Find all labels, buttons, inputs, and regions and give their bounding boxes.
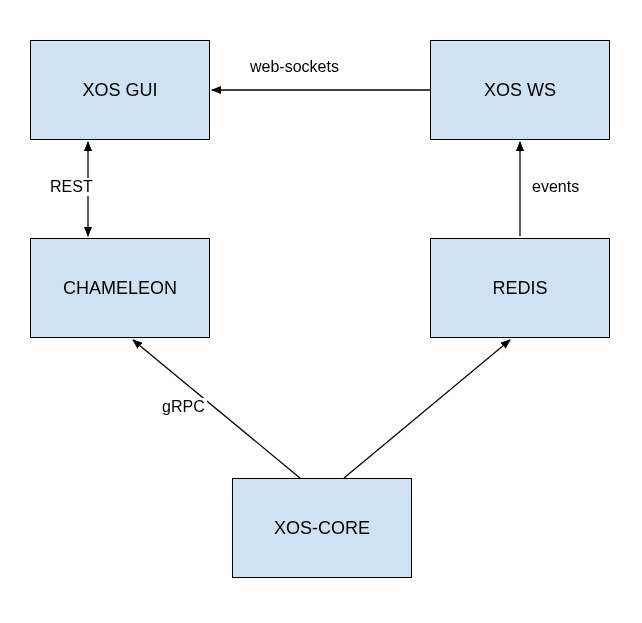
node-xos-gui-label: XOS GUI [82, 80, 157, 101]
edge-label-grpc: gRPC [160, 398, 207, 416]
node-xos-ws: XOS WS [430, 40, 610, 140]
edge-label-rest: REST [48, 178, 95, 196]
node-chameleon: CHAMELEON [30, 238, 210, 338]
node-xos-gui: XOS GUI [30, 40, 210, 140]
edge-grpc-left [133, 340, 300, 478]
node-xos-core-label: XOS-CORE [274, 518, 370, 539]
edge-label-events: events [530, 178, 581, 196]
node-redis: REDIS [430, 238, 610, 338]
edge-label-web-sockets: web-sockets [248, 58, 341, 76]
node-xos-core: XOS-CORE [232, 478, 412, 578]
node-xos-ws-label: XOS WS [484, 80, 556, 101]
node-redis-label: REDIS [492, 278, 547, 299]
node-chameleon-label: CHAMELEON [63, 278, 177, 299]
edge-grpc-right [344, 340, 510, 478]
